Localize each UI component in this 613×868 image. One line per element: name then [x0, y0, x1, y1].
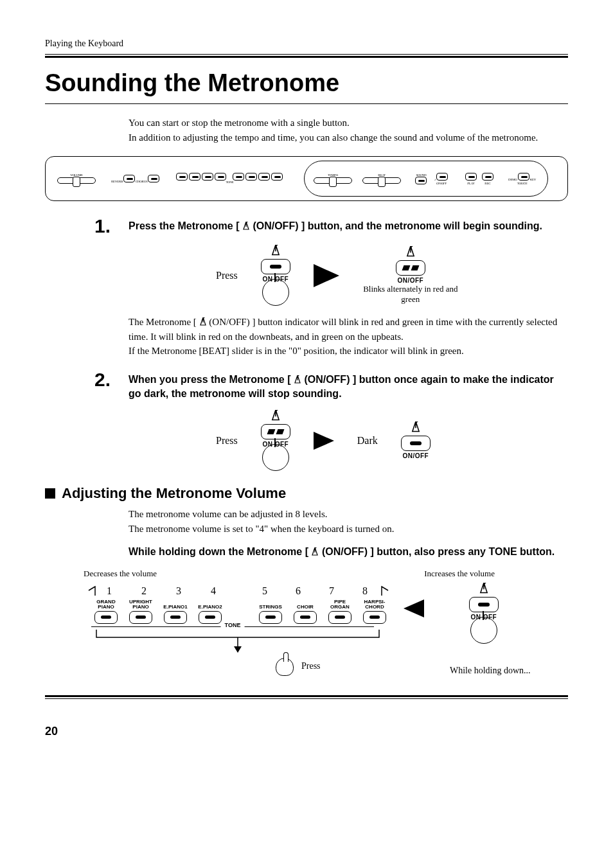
title-rule	[45, 103, 568, 104]
svg-text:7: 7	[329, 585, 334, 596]
tone-strings-label: STRINGS	[259, 598, 282, 610]
bracket-down-icon	[90, 627, 386, 653]
panel-tone-btn	[189, 173, 200, 181]
dark-label: Dark	[357, 435, 378, 447]
tone-button	[259, 611, 282, 624]
svg-text:5: 5	[262, 585, 267, 596]
panel-tone-btn	[202, 173, 213, 181]
square-bullet-icon	[45, 488, 55, 499]
volume-body-1: The metronome volume can be adjusted in …	[129, 509, 328, 519]
blink-caption: Blinks alternately in red and green	[362, 284, 459, 305]
panel-play-btn	[465, 173, 477, 181]
onoff-label: ON/OFF	[402, 452, 429, 459]
subsection-heading: Adjusting the Metronome Volume	[62, 485, 286, 502]
panel-chorus-label: CHORUS	[136, 180, 147, 183]
intro-line-2: In addition to adjusting the tempo and t…	[129, 132, 538, 143]
step-1-text-a: Press the Metronome [	[129, 220, 242, 231]
arrow-right-icon	[314, 264, 339, 287]
metronome-icon	[479, 583, 489, 594]
volume-instr-b: (ON/OFF) ] button, also press any TONE b…	[322, 546, 555, 557]
decrease-label: Decreases the volume	[84, 569, 157, 579]
arrow-left-icon	[404, 599, 424, 617]
svg-text:4: 4	[211, 585, 216, 596]
metronome-icon	[271, 245, 281, 256]
volume-instr-a: While holding down the Metronome [	[129, 546, 311, 557]
onoff-label: ON/OFF	[397, 277, 423, 284]
tone-button	[199, 611, 222, 624]
svg-text:1: 1	[107, 585, 112, 596]
subsection-heading-row: Adjusting the Metronome Volume	[45, 485, 568, 502]
hold-caption: While holding down...	[450, 666, 531, 676]
tone-grand-label: GRAND PIANO	[90, 598, 122, 610]
press-label: Press	[301, 661, 321, 671]
panel-reverb-label: REVERB	[111, 180, 123, 183]
panel-tempo-slider	[314, 177, 352, 184]
tone-button	[328, 611, 351, 624]
volume-range-arrows: 1 2 3 4 5 6 7 8	[87, 583, 389, 598]
svg-text:3: 3	[176, 585, 181, 596]
svg-text:2: 2	[141, 585, 147, 596]
tone-button	[129, 611, 152, 624]
panel-demo-btn	[518, 173, 529, 181]
step-2-text: When you press the Metronome [ (ON/OFF) …	[129, 370, 568, 402]
step-1: 1 Press the Metronome [ (ON/OFF) ] butto…	[45, 217, 568, 236]
press-indicator-icon	[470, 617, 497, 644]
metronome-icon	[405, 246, 416, 258]
tone-button	[94, 611, 118, 624]
tone-button	[363, 611, 386, 624]
panel-tone-btn	[245, 173, 257, 181]
tone-button	[164, 611, 187, 624]
metronome-icon	[199, 317, 207, 326]
tone-organ-label: PIPE ORGAN	[324, 598, 356, 610]
intro-line-1: You can start or stop the metronome with…	[129, 118, 350, 128]
panel-sound-btn	[415, 177, 427, 184]
panel-rec-btn	[482, 173, 493, 181]
running-header: Playing the Keyboard	[45, 39, 568, 49]
step-2-figure: Press ON OFF Dark ON/OFF	[129, 410, 568, 471]
hand-press-icon	[276, 658, 294, 676]
panel-beat-slider	[362, 177, 401, 184]
volume-instruction: While holding down the Metronome [ (ON/O…	[129, 545, 568, 559]
panel-play-label: PLAY	[467, 182, 474, 185]
panel-diagram: VOLUME REVERB CHORUS TONE TEMPO BEAT	[45, 156, 568, 201]
arrow-right-icon	[314, 432, 334, 450]
press-label: Press	[216, 435, 238, 447]
panel-onoff-label: ON/OFF	[436, 182, 447, 185]
svg-text:6: 6	[296, 585, 301, 596]
step-2-text-a: When you press the Metronome [	[129, 374, 294, 385]
step-1-body-2: If the Metronome [BEAT] slider is in the…	[129, 346, 464, 356]
onoff-button-dark-icon	[401, 436, 431, 451]
metronome-icon	[271, 410, 281, 421]
panel-tone-btn	[271, 173, 283, 181]
panel-tone-btn	[258, 173, 270, 181]
panel-volume-slider	[57, 177, 96, 184]
tone-section-label: TONE	[221, 622, 245, 628]
step-1-body-a: The Metronome [	[129, 317, 199, 327]
tone-harpsi-label: HARPSI-CHORD	[359, 598, 391, 610]
volume-body: The metronome volume can be adjusted in …	[129, 507, 568, 536]
panel-demo-label: DEMO	[508, 178, 517, 181]
tone-choir-label: CHOIR	[297, 598, 314, 610]
footer-thin-rule	[45, 698, 568, 699]
step-1-body: The Metronome [ (ON/OFF) ] button indica…	[129, 315, 568, 359]
panel-tone-btn	[233, 173, 244, 181]
panel-onoff-btn	[436, 173, 448, 181]
header-thin-rule	[45, 54, 568, 55]
step-1-text-b: (ON/OFF) ] button, and the metronome wil…	[253, 220, 542, 231]
metronome-icon: ♪	[434, 178, 436, 181]
tone-epiano2-label: E.PIANO2	[198, 598, 222, 610]
press-indicator-icon	[262, 279, 289, 306]
volume-figure: Decreases the volume Increases the volum…	[84, 569, 568, 676]
press-label: Press	[216, 270, 238, 281]
tone-button	[294, 611, 317, 624]
metronome-icon	[294, 375, 301, 384]
panel-reverb-btn	[123, 175, 135, 182]
panel-chorus-btn	[148, 175, 159, 182]
onoff-button-blinking-icon	[396, 260, 425, 276]
panel-callout: TEMPO BEAT SOUND ♪ON/OFF PLAY REC DEMOKE…	[304, 161, 548, 197]
step-2: 2 When you press the Metronome [ (ON/OFF…	[45, 370, 568, 402]
onoff-button-blinking-icon	[261, 424, 290, 439]
svg-text:8: 8	[362, 585, 368, 596]
page-number: 20	[45, 725, 568, 738]
metronome-icon	[411, 421, 421, 433]
